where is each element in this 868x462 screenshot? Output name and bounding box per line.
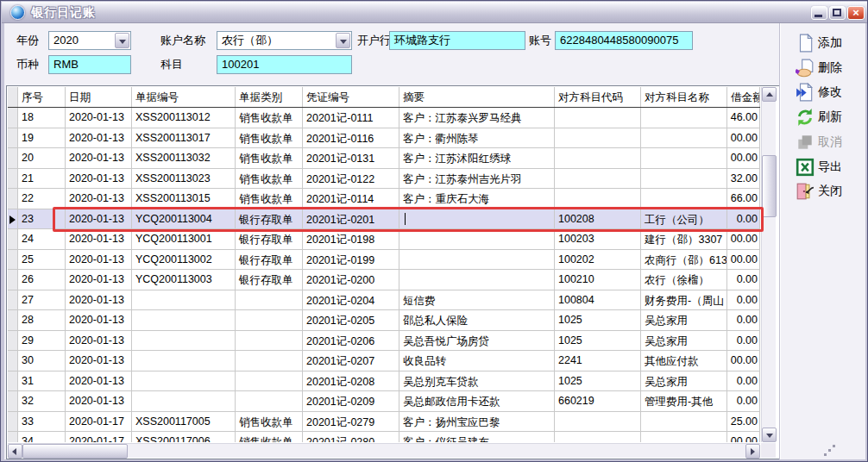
cell-code[interactable] xyxy=(555,412,641,433)
table-row[interactable]: 252020-01-13YCQ200113002银行存取单20201记-0199… xyxy=(8,250,760,271)
minimize-button[interactable] xyxy=(811,6,827,20)
column-header[interactable]: 对方科目代码 xyxy=(555,87,641,107)
scroll-right-button[interactable] xyxy=(745,444,760,459)
cell-debit[interactable]: 46.00 xyxy=(727,108,760,128)
cell-doc_no[interactable]: XSS200113015 xyxy=(132,189,236,209)
cell-no[interactable]: 31 xyxy=(18,371,66,392)
cell-name[interactable]: 吴总家用 xyxy=(641,331,727,352)
cell-doc_type[interactable] xyxy=(236,290,303,311)
cell-no[interactable]: 22 xyxy=(18,189,66,209)
maximize-button[interactable] xyxy=(829,6,846,20)
cell-code[interactable]: 100202 xyxy=(555,250,641,271)
cell-code[interactable] xyxy=(555,108,641,128)
cell-debit[interactable]: 00.00 xyxy=(727,432,760,442)
column-header[interactable]: 序号 xyxy=(18,87,66,107)
cell-voucher_no[interactable]: 20201记-0200 xyxy=(303,270,399,290)
cell-summary[interactable]: 吴总吾悦广场房贷 xyxy=(399,331,555,352)
cell-no[interactable]: 34 xyxy=(18,432,66,442)
table-row[interactable]: 322020-01-1320201记-0209吴总邮政信用卡还款660219管理… xyxy=(8,391,760,412)
column-header[interactable]: 日期 xyxy=(66,87,132,107)
cell-doc_type[interactable] xyxy=(236,351,303,371)
cell-voucher_no[interactable]: 20201记-0111 xyxy=(303,108,399,128)
cell-doc_type[interactable]: 销售收款单 xyxy=(236,108,303,128)
cell-debit[interactable]: 0.00 xyxy=(727,290,760,311)
cell-no[interactable]: 30 xyxy=(18,351,66,371)
cell-name[interactable]: 工行（公司） xyxy=(641,209,727,230)
scroll-up-button[interactable] xyxy=(762,87,777,102)
cell-debit[interactable]: 0.00 xyxy=(727,391,760,412)
year-select[interactable]: 2020 xyxy=(48,31,131,50)
cell-summary[interactable]: 客户：江苏沭阳红绣球 xyxy=(399,148,555,169)
cell-doc_no[interactable]: YCQ200113004 xyxy=(132,209,236,230)
cell-summary[interactable]: 客户：江苏泰兴罗马经典 xyxy=(399,108,555,128)
cell-no[interactable]: 20 xyxy=(18,148,66,169)
cell-summary[interactable]: 客户：江苏泰州吉光片羽 xyxy=(399,169,555,190)
cell-code[interactable]: 1025 xyxy=(555,371,641,392)
cell-date[interactable]: 2020-01-17 xyxy=(66,432,132,442)
cell-doc_type[interactable] xyxy=(236,331,303,352)
cell-code[interactable] xyxy=(555,189,641,209)
cell-name[interactable] xyxy=(641,412,727,433)
account-number-field[interactable]: 6228480448580090075 xyxy=(555,31,693,50)
cell-voucher_no[interactable]: 20201记-0131 xyxy=(303,148,399,169)
account-name-select[interactable]: 农行（邵） xyxy=(217,31,352,50)
cell-date[interactable]: 2020-01-13 xyxy=(66,108,132,128)
cell-date[interactable]: 2020-01-13 xyxy=(66,128,132,149)
cell-date[interactable]: 2020-01-13 xyxy=(66,229,132,250)
scroll-left-button[interactable] xyxy=(8,444,22,459)
close-button[interactable]: × xyxy=(847,6,865,20)
export-excel-button[interactable]: 导出 xyxy=(796,158,863,178)
cell-doc_no[interactable]: XSS200117006 xyxy=(132,432,236,442)
cell-code[interactable]: 100203 xyxy=(555,229,641,250)
cell-date[interactable]: 2020-01-13 xyxy=(66,290,132,311)
cell-name[interactable]: 财务费用-（周山 xyxy=(641,290,727,311)
column-header[interactable]: 借金额 xyxy=(727,87,760,107)
table-row[interactable]: 282020-01-1320201记-0205邵总私人保险1025吴总家用0.0… xyxy=(8,310,760,331)
year-dropdown-button[interactable] xyxy=(115,33,129,48)
cell-summary[interactable]: 吴总别克车贷款 xyxy=(399,371,555,392)
cell-no[interactable]: 21 xyxy=(18,169,66,190)
cell-doc_type[interactable]: 销售收款单 xyxy=(236,128,303,149)
cell-no[interactable]: 18 xyxy=(18,108,66,128)
cell-doc_no[interactable]: XSS200113017 xyxy=(132,128,236,149)
cell-doc_type[interactable]: 销售收款单 xyxy=(236,169,303,190)
cell-no[interactable]: 33 xyxy=(18,412,66,433)
cell-date[interactable]: 2020-01-13 xyxy=(66,310,132,331)
cell-no[interactable]: 29 xyxy=(18,331,66,352)
table-row[interactable]: 302020-01-1320201记-0207收良品转2241其他应付款00.0… xyxy=(8,351,760,371)
cell-doc_type[interactable]: 销售收款单 xyxy=(236,148,303,169)
table-row[interactable]: 232020-01-13YCQ200113004银行存取单20201记-0201… xyxy=(8,209,760,230)
cell-summary[interactable]: 吴总邮政信用卡还款 xyxy=(399,391,555,412)
cell-debit[interactable]: 0.00 xyxy=(727,331,760,352)
cell-voucher_no[interactable]: 20201记-0204 xyxy=(303,290,399,311)
cell-no[interactable]: 28 xyxy=(18,310,66,331)
cell-name[interactable] xyxy=(641,169,727,190)
cell-code[interactable]: 660219 xyxy=(555,391,641,412)
cell-doc_no[interactable] xyxy=(132,351,236,371)
cell-doc_no[interactable] xyxy=(132,331,236,352)
cell-doc_type[interactable]: 银行存取单 xyxy=(236,209,303,230)
cell-voucher_no[interactable]: 20201记-0199 xyxy=(303,250,399,271)
cell-doc_type[interactable]: 银行存取单 xyxy=(236,270,303,290)
cell-doc_no[interactable]: XSS200117005 xyxy=(132,412,236,433)
cell-summary[interactable] xyxy=(399,229,555,250)
cell-date[interactable]: 2020-01-13 xyxy=(66,250,132,271)
cell-doc_type[interactable] xyxy=(236,310,303,331)
cell-name[interactable]: 吴总家用 xyxy=(641,371,727,392)
cell-code[interactable]: 100210 xyxy=(555,270,641,290)
close-door-button[interactable]: 关闭 xyxy=(796,182,863,203)
cell-doc_type[interactable]: 银行存取单 xyxy=(236,229,303,250)
modify-document-button[interactable]: 修改 xyxy=(796,83,863,103)
cell-summary[interactable]: 客户：衢州陈琴 xyxy=(399,128,555,149)
cell-no[interactable]: 26 xyxy=(18,270,66,290)
cell-code[interactable] xyxy=(555,169,641,190)
cell-voucher_no[interactable]: 20201记-0116 xyxy=(303,128,399,149)
cell-code[interactable]: 100208 xyxy=(555,209,641,230)
cell-summary[interactable]: 邵总私人保险 xyxy=(399,310,555,331)
cell-voucher_no[interactable]: 20201记-0198 xyxy=(303,229,399,250)
cell-doc_type[interactable] xyxy=(236,391,303,412)
bank-branch-field[interactable]: 环城路支行 xyxy=(389,31,525,50)
cell-debit[interactable]: 32.00 xyxy=(727,169,760,190)
table-row[interactable]: 312020-01-1320201记-0208吴总别克车贷款1025吴总家用0.… xyxy=(8,371,760,392)
cell-name[interactable]: 管理费用-其他 xyxy=(641,391,727,412)
